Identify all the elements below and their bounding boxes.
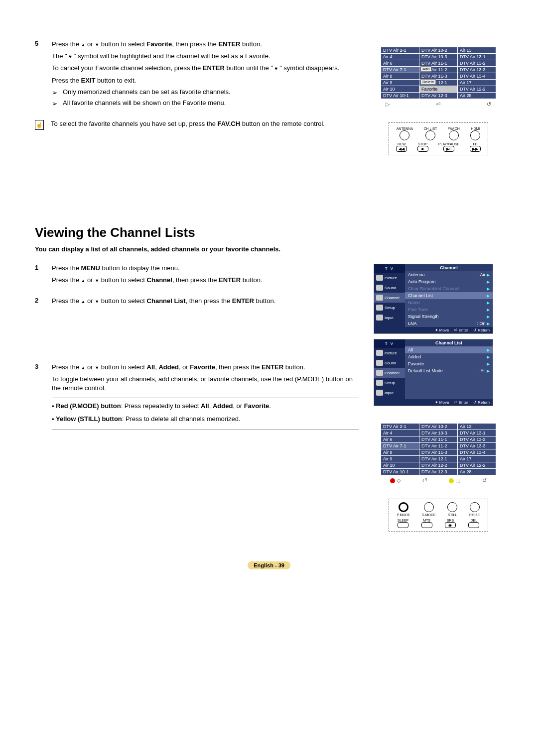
ch-cell: DTV Air 13-2 xyxy=(458,436,496,443)
remote-label: PLAY/PAUSE xyxy=(438,142,460,146)
ch-cell: DTV Air 13-1 xyxy=(458,430,496,436)
remote-button-icon xyxy=(468,522,479,528)
t: Channel List xyxy=(147,297,186,305)
t: or xyxy=(85,40,95,48)
info-text: To select the favorite channels you have… xyxy=(51,120,325,130)
arrow-icon: ▶ xyxy=(487,301,490,305)
ch-cell: DTV Air 12-1 xyxy=(419,456,458,462)
tip-line1: • Red (P.MODE) button: Press repeatedly … xyxy=(52,401,359,411)
step-number: 1 xyxy=(35,264,42,288)
ch-cell: DTV Air 13-2 xyxy=(458,60,496,67)
nav-enter: ⏎ Enter xyxy=(454,328,468,332)
t: ENTER xyxy=(232,297,254,305)
t: , then press the xyxy=(186,297,232,305)
down-triangle-icon: ▼ xyxy=(95,365,99,370)
tv-screen-channel-grid-all: DTV Air 2-1DTV Air 10-2Air 13 Air 4DTV A… xyxy=(374,416,503,491)
t: LNA xyxy=(408,321,417,326)
step-number: 2 xyxy=(35,297,42,309)
t: button. xyxy=(283,363,305,371)
nav-enter-icon: ⏎ xyxy=(422,477,427,484)
t: , or xyxy=(233,402,244,410)
overlay-delete: Delete xyxy=(420,79,436,85)
menu-title: Channel xyxy=(405,264,493,271)
remote-button-icon: ■ xyxy=(417,146,428,152)
remote-label: STOP xyxy=(418,142,427,146)
ch-cell: DTV Air 11-1 xyxy=(419,60,458,67)
ch-cell-favorite: Favorite xyxy=(419,86,458,93)
side-item: Picture xyxy=(374,273,405,283)
t: To cancel your Favorite channel selectio… xyxy=(52,64,203,72)
t: : Press repeatedly to select xyxy=(121,402,201,410)
arrow-icon: ▶ xyxy=(487,362,490,366)
t: button. xyxy=(240,40,262,48)
tip-box: • Red (P.MODE) button: Press repeatedly … xyxy=(52,398,359,430)
t: Press the xyxy=(52,297,81,305)
step3-line2: To toggle between your all channels, add… xyxy=(52,375,359,393)
menu-line-disabled: Clear Scrambled Channel▶ xyxy=(405,285,493,292)
step5-line3: To cancel your Favorite channel selectio… xyxy=(52,64,359,73)
ch-cell: DTV Air 10-3 xyxy=(419,54,458,60)
tv-label: T V xyxy=(374,264,405,273)
t: Favorite xyxy=(244,402,269,410)
t: Added xyxy=(158,363,178,371)
step5-line4: Press the EXIT button to exit. xyxy=(52,76,359,85)
arrow-icon: ▶ xyxy=(487,322,490,326)
t: or xyxy=(85,363,95,371)
nav-enter: ⏎ Enter xyxy=(454,400,468,405)
down-triangle-icon: ▼ xyxy=(95,299,99,304)
ch-cell: Air 8 xyxy=(381,73,419,80)
ch-cell: Air 17 xyxy=(458,80,496,86)
remote-button-icon: ▶II xyxy=(443,146,454,152)
ch-cell: Air 13 xyxy=(458,47,496,54)
t: • Red (P.MODE) button xyxy=(52,402,121,410)
ch-cell: Air 13 xyxy=(458,424,496,430)
t: ENTER xyxy=(262,363,283,371)
menu-line-disabled: Name▶ xyxy=(405,299,493,306)
remote-button-icon xyxy=(470,130,480,140)
ch-cell-cursor: DTV Air 7-1 xyxy=(381,67,419,73)
ch-cell: DTV Air 13-3 xyxy=(458,443,496,449)
t: Input xyxy=(385,316,394,320)
ch-cell: DTV Air 10-1 xyxy=(381,93,419,99)
remote-button-icon: ▶▶ xyxy=(470,146,481,152)
remote-label: HDMI xyxy=(471,127,480,130)
ch-cell: DTV Air 12-2 xyxy=(458,462,496,469)
t: • Yellow (STILL) button xyxy=(52,415,122,423)
t: , then press the xyxy=(172,276,219,284)
menu-line-disabled: Fine Tune▶ xyxy=(405,306,493,313)
nav-icon: ⬚ xyxy=(455,477,460,483)
t: Press the xyxy=(52,276,81,284)
t: Favorite xyxy=(190,363,215,371)
t: Sound xyxy=(385,286,396,290)
nav-return-icon: ↺ xyxy=(487,101,491,108)
side-item-active: Channel xyxy=(374,368,405,378)
ch-cell: Air 8 xyxy=(381,449,419,456)
nav-return: ↺ Return xyxy=(473,400,490,405)
t: ENTER xyxy=(219,276,241,284)
t: ENTER xyxy=(203,64,225,72)
arrow-icon: ▶ xyxy=(487,287,490,291)
grid-navbar: ◇ ⏎ ⬚ ↺ xyxy=(381,475,496,484)
arrow-icon: ▶ xyxy=(487,294,490,298)
menu-navbar: ✦ Move ⏎ Enter ↺ Return xyxy=(405,399,493,406)
ch-cell: DTV Air 12-3 xyxy=(419,469,458,475)
sound-icon xyxy=(376,360,383,366)
t: or xyxy=(85,297,95,305)
t: Picture xyxy=(385,276,397,280)
ch-cell: DTV Air 13-4 xyxy=(458,73,496,80)
down-triangle-icon: ▼ xyxy=(95,42,99,47)
remote-diagram: P.MODE S.MODE STILL P.SIZE SLEEP MTS SRS… xyxy=(389,499,488,532)
yellow-dot-icon xyxy=(449,478,454,483)
side-item: Input xyxy=(374,388,405,398)
remote-label: FF xyxy=(473,142,478,146)
t: : Press to delete all channels memorized… xyxy=(122,415,241,423)
nav-enter-icon: ⏎ xyxy=(436,101,440,108)
tv-menu-channel: T V Picture Sound Channel Setup Input Ch… xyxy=(374,264,493,334)
remote-button-icon xyxy=(400,130,409,140)
page-subheading: You can display a list of all channels, … xyxy=(35,245,503,253)
overlay-add: Add xyxy=(420,66,431,72)
remote-label: FAV.CH xyxy=(448,127,460,130)
remote-button-icon xyxy=(447,502,457,512)
side-item: Sound xyxy=(374,358,405,368)
t: button to select xyxy=(99,40,146,48)
